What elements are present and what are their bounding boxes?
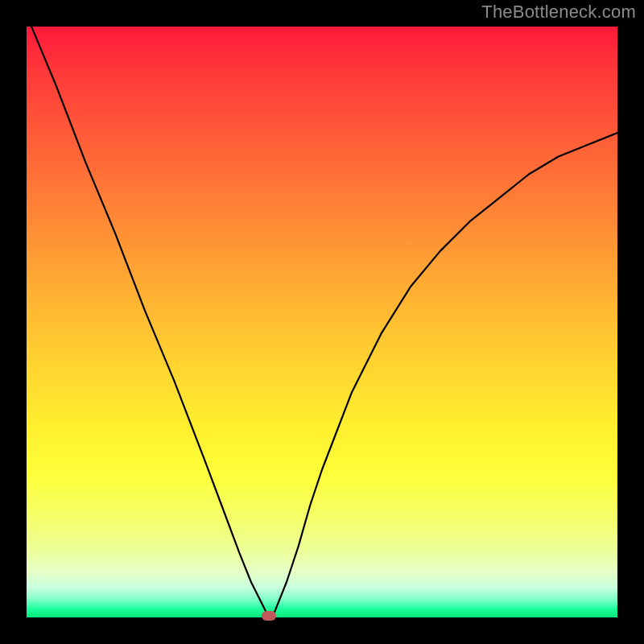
watermark-text: TheBottleneck.com: [481, 2, 636, 23]
chart-plot-area: [27, 27, 617, 617]
bottleneck-curve: [27, 27, 617, 617]
optimal-point-marker: [262, 611, 276, 621]
